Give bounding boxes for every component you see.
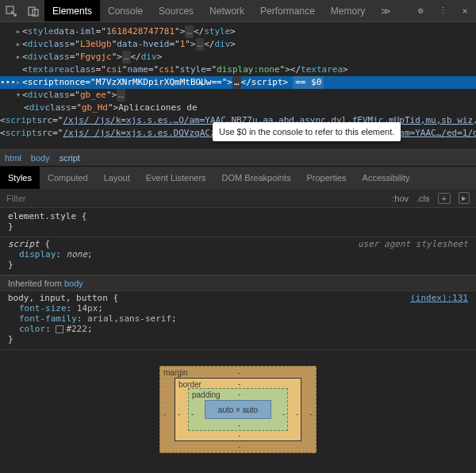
source-user-agent: user agent stylesheet: [358, 239, 468, 249]
source-link[interactable]: (index):131: [410, 293, 468, 303]
new-rule-button[interactable]: +: [438, 193, 451, 204]
inspect-icon[interactable]: [0, 0, 22, 22]
bm-padding-label: padding: [192, 390, 221, 399]
device-toggle-icon[interactable]: [22, 0, 44, 22]
cls-toggle[interactable]: .cls: [416, 194, 430, 203]
ptab-layout[interactable]: Layout: [96, 167, 138, 189]
filter-input[interactable]: [0, 194, 386, 203]
devtools-toolbar: Elements Console Sources Network Perform…: [0, 0, 476, 22]
box-model[interactable]: margin - - - - border - - - - padding - …: [0, 352, 476, 472]
rule-script-user-agent: script {user agent stylesheet display: n…: [0, 237, 476, 275]
svg-rect-1: [29, 7, 35, 15]
ptab-styles[interactable]: Styles: [0, 167, 40, 189]
tab-performance[interactable]: Performance: [252, 0, 323, 21]
rule-element-style: element.style { }: [0, 210, 476, 237]
crumb-script[interactable]: script: [60, 153, 80, 163]
ptab-event-listeners[interactable]: Event Listeners: [138, 167, 214, 189]
expand-arrow-icon[interactable]: ▸: [14, 38, 22, 51]
close-icon[interactable]: ✕: [454, 0, 476, 22]
tooltip: Use $0 in the console to refer to this e…: [213, 122, 401, 141]
inherited-from-link[interactable]: body: [64, 279, 83, 288]
dom-tree[interactable]: ▸<style data-iml="1618428747781">…</styl…: [0, 22, 476, 149]
hov-toggle[interactable]: :hov: [392, 194, 409, 203]
sidebar-tabs: Styles Computed Layout Event Listeners D…: [0, 167, 476, 189]
styles-pane[interactable]: element.style { } script {user agent sty…: [0, 208, 476, 352]
bm-content: auto × auto: [205, 400, 271, 419]
ptab-accessibility[interactable]: Accessibility: [355, 167, 418, 189]
tab-memory[interactable]: Memory: [323, 0, 373, 21]
kebab-icon[interactable]: ⋮: [432, 0, 454, 22]
styles-filter-bar: :hov .cls + ▸: [0, 189, 476, 208]
tabs-overflow-icon[interactable]: ≫: [373, 0, 399, 21]
inherited-section: Inherited from body: [0, 275, 476, 291]
bm-margin-label: margin: [163, 368, 188, 377]
panel-menu-icon[interactable]: ▸: [459, 192, 470, 204]
crumb-body[interactable]: body: [31, 153, 50, 163]
tab-console[interactable]: Console: [100, 0, 151, 21]
expand-arrow-icon[interactable]: ▸: [14, 25, 22, 38]
breakpoint-dots-icon: •••: [0, 76, 16, 89]
ptab-properties[interactable]: Properties: [298, 167, 354, 189]
tab-network[interactable]: Network: [202, 0, 252, 21]
selected-dom-node[interactable]: ••• ▸<script nonce="M7VzXNrMKDpirXQmMtBO…: [0, 76, 476, 89]
cursor-icon: ↖: [198, 77, 204, 90]
expand-arrow-icon[interactable]: ▾: [14, 89, 22, 102]
main-tabs: Elements Console Sources Network Perform…: [44, 0, 409, 21]
tab-sources[interactable]: Sources: [151, 0, 202, 21]
expand-arrow-icon[interactable]: ▸: [14, 51, 22, 63]
tab-elements[interactable]: Elements: [44, 0, 100, 21]
rule-body: body, input, button {(index):131 font-si…: [0, 291, 476, 350]
gear-icon[interactable]: ⚙: [409, 0, 432, 22]
ptab-computed[interactable]: Computed: [40, 167, 96, 189]
dollar-zero-badge: == $0: [293, 76, 324, 89]
ptab-dom-breakpoints[interactable]: DOM Breakpoints: [214, 167, 299, 189]
breadcrumb: html body script: [0, 149, 476, 167]
color-swatch-icon[interactable]: [56, 325, 63, 333]
crumb-html[interactable]: html: [5, 153, 21, 163]
